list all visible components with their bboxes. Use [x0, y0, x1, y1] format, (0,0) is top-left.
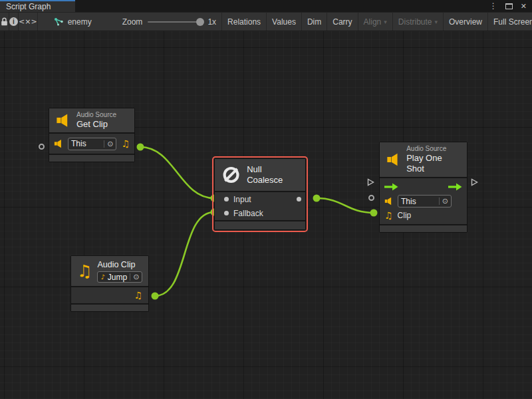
input-port[interactable] [224, 197, 229, 201]
fullscreen-label: Full Screen [493, 17, 532, 27]
audio-clip-port-icon[interactable]: ♫ [134, 291, 142, 300]
overview-label: Overview [449, 17, 482, 27]
audio-source-port-icon [384, 197, 393, 205]
graph-toolbar: i <×> enemy Zoom 1x Relations Values Dim… [0, 12, 532, 31]
zoom-slider[interactable] [148, 21, 202, 23]
align-label: Align [364, 17, 382, 27]
flow-in-port[interactable] [366, 178, 374, 186]
port-dot-audioclip-out[interactable] [152, 293, 159, 300]
node-get-clip[interactable]: Audio Source Get Clip This ⊙ ♫ [49, 108, 135, 162]
object-picker-icon[interactable]: ⊙ [439, 198, 448, 205]
small-note-icon: ♪ [100, 274, 104, 281]
this-object-field[interactable]: This ⊙ [398, 195, 452, 207]
audio-clip-port-icon[interactable]: ♫ [121, 139, 130, 148]
node-title: Get Clip [76, 119, 116, 130]
node-footer [215, 221, 305, 229]
lock-icon [0, 17, 9, 26]
window-controls: ⋮ ✕ [489, 0, 532, 12]
inspect-code-button[interactable]: <×> [19, 13, 38, 31]
values-label: Values [272, 17, 296, 27]
graph-breadcrumb[interactable]: enemy [47, 13, 98, 31]
graph-name-label: enemy [68, 17, 92, 27]
overview-button[interactable]: Overview [443, 13, 487, 31]
audio-clip-port-icon: ♫ [384, 211, 393, 220]
dim-label: Dim [307, 17, 321, 27]
relations-label: Relations [227, 17, 261, 27]
flow-out-port[interactable] [470, 178, 478, 186]
zoom-value: 1x [207, 17, 216, 27]
clip-port-label: Clip [398, 211, 412, 220]
port-dot-getclip-out[interactable] [137, 144, 144, 151]
distribute-label: Distribute [398, 17, 432, 27]
node-header: Audio Source Get Clip [49, 108, 134, 132]
info-icon: i [9, 17, 18, 26]
node-subtitle: Audio Source [406, 145, 460, 153]
flow-in-arrow-icon[interactable] [384, 183, 398, 191]
port-dot-null-result[interactable] [313, 195, 321, 202]
graph-canvas[interactable]: Audio Source Get Clip This ⊙ ♫ [0, 31, 532, 399]
node-play-one-shot[interactable]: Audio Source Play One Shot [379, 142, 467, 233]
null-coalesce-icon [221, 165, 241, 185]
carry-label: Carry [332, 17, 352, 27]
lock-button[interactable] [0, 13, 9, 31]
fullscreen-button[interactable]: Full Screen [487, 13, 532, 31]
tab-title: Script Graph [6, 2, 51, 11]
script-graph-icon [54, 17, 64, 26]
node-null-coalesce[interactable]: Null Coalesce Input Fallback [214, 158, 306, 230]
info-button[interactable]: i [9, 13, 19, 31]
close-icon[interactable]: ✕ [521, 3, 527, 10]
maximize-icon[interactable] [505, 3, 513, 9]
zoom-label: Zoom [122, 17, 143, 27]
audio-clip-icon: ♫ [77, 263, 92, 279]
distribute-button[interactable]: Distribute ▾ [392, 13, 443, 31]
audio-source-icon [56, 113, 70, 128]
kebab-menu-icon[interactable]: ⋮ [489, 2, 497, 10]
flow-out-arrow-icon[interactable] [448, 183, 462, 191]
wire-audioclip-to-fallback[interactable] [155, 212, 214, 296]
dim-button[interactable]: Dim [301, 13, 327, 31]
port-dot-playoneshot-clip[interactable] [370, 209, 378, 217]
node-header: Null Coalesce [215, 159, 305, 191]
wire-result-to-clip[interactable] [317, 198, 374, 213]
port-target-get-clip[interactable] [39, 144, 45, 150]
node-subtitle: Audio Source [76, 111, 116, 119]
input-port-label: Input [233, 195, 251, 204]
chevron-down-icon: ▾ [434, 19, 438, 25]
this-object-field[interactable]: This ⊙ [68, 138, 116, 150]
relations-button[interactable]: Relations [221, 13, 266, 31]
result-port[interactable] [297, 197, 301, 201]
wire-getclip-to-input[interactable] [140, 147, 214, 198]
fallback-port[interactable] [224, 211, 229, 215]
object-picker-icon[interactable]: ⊙ [130, 273, 139, 281]
audio-source-icon [386, 152, 400, 167]
audio-clip-object-field[interactable]: ♪ Jump ⊙ [97, 271, 142, 283]
this-value: This [401, 197, 436, 206]
clip-value: Jump [108, 273, 127, 282]
this-value: This [71, 139, 101, 148]
node-title: Null Coalesce [247, 164, 299, 186]
chevron-down-icon: ▾ [384, 19, 387, 25]
titlebar: Script Graph ⋮ ✕ [0, 0, 532, 12]
fallback-port-label: Fallback [233, 209, 263, 218]
object-picker-icon[interactable]: ⊙ [104, 140, 113, 148]
node-title: Play One Shot [406, 153, 460, 174]
audio-source-port-icon [54, 139, 63, 148]
node-header: Audio Source Play One Shot [380, 142, 467, 177]
node-title: Audio Clip [97, 259, 142, 270]
node-footer [380, 225, 467, 232]
align-button[interactable]: Align ▾ [358, 13, 392, 31]
zoom-control: Zoom 1x [117, 13, 221, 31]
node-header: ♫ Audio Clip ♪ Jump ⊙ [71, 256, 148, 286]
node-audio-clip[interactable]: ♫ Audio Clip ♪ Jump ⊙ ♫ [70, 255, 149, 312]
carry-button[interactable]: Carry [327, 13, 357, 31]
node-footer [71, 305, 148, 311]
node-footer [49, 155, 134, 162]
tab-script-graph[interactable]: Script Graph [0, 0, 75, 12]
zoom-slider-handle[interactable] [196, 18, 204, 26]
values-button[interactable]: Values [266, 13, 301, 31]
port-target-play-one-shot[interactable] [368, 195, 374, 201]
